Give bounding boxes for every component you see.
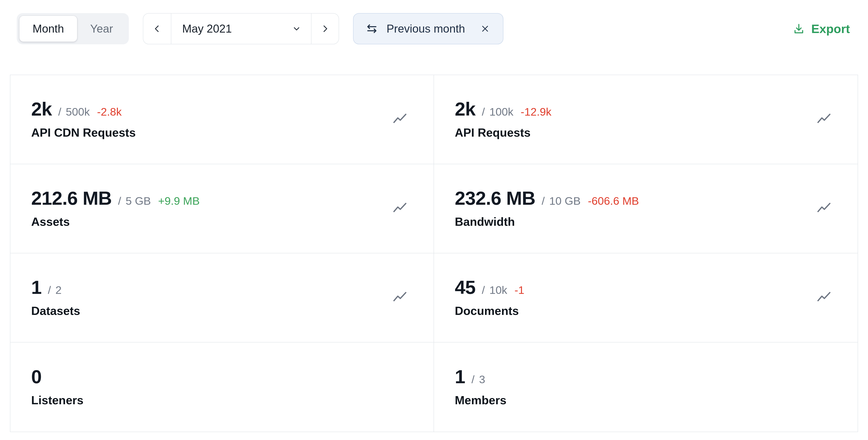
usage-card-members: 1 / 3 Members: [434, 343, 858, 432]
usage-label: Datasets: [31, 304, 434, 317]
toolbar: Month Year May 2021 Previous mo: [0, 0, 868, 45]
line-chart-icon[interactable]: [816, 290, 831, 305]
quota-separator: /: [471, 374, 475, 385]
usage-value-row: 45 / 10k -1: [455, 278, 858, 297]
usage-card-datasets: 1 / 2 Datasets: [10, 253, 434, 343]
quota-separator: /: [118, 196, 121, 207]
quota-separator: /: [482, 285, 485, 296]
usage-label: Bandwidth: [455, 215, 858, 228]
next-period-button[interactable]: [311, 13, 339, 44]
line-chart-icon[interactable]: [393, 112, 407, 127]
usage-label: API Requests: [455, 126, 858, 139]
usage-card-api-requests: 2k / 100k -12.9k API Requests: [434, 75, 858, 164]
usage-value: 232.6 MB: [455, 189, 535, 208]
usage-delta: -12.9k: [521, 106, 551, 117]
usage-label: Assets: [31, 215, 434, 228]
download-icon: [793, 23, 805, 35]
remove-comparison-button[interactable]: [477, 21, 493, 37]
comparison-chip[interactable]: Previous month: [353, 13, 503, 45]
quota-value: 100k: [489, 106, 513, 117]
usage-value: 1: [31, 278, 41, 297]
month-toggle-button[interactable]: Month: [20, 16, 77, 41]
quota-value: 10k: [489, 285, 507, 296]
usage-card-listeners: 0 / Listeners: [10, 343, 434, 432]
usage-value-row: 1 / 3: [455, 367, 858, 386]
quota-value: 3: [479, 374, 485, 385]
line-chart-icon[interactable]: [816, 112, 831, 127]
close-icon: [480, 24, 490, 34]
chevron-right-icon: [320, 24, 330, 34]
usage-card-api-cdn-requests: 2k / 500k -2.8k API CDN Requests: [10, 75, 434, 164]
year-toggle-button[interactable]: Year: [77, 16, 126, 41]
quota-separator: /: [541, 196, 545, 207]
chevron-left-icon: [152, 24, 162, 34]
usage-label: Documents: [455, 304, 858, 317]
previous-period-button[interactable]: [143, 13, 171, 44]
usage-value-row: 232.6 MB / 10 GB -606.6 MB: [455, 189, 858, 208]
period-select[interactable]: May 2021: [171, 13, 311, 44]
line-chart-icon[interactable]: [393, 201, 407, 216]
usage-label: Members: [455, 394, 858, 407]
view-toggle: Month Year: [17, 13, 129, 45]
line-chart-icon[interactable]: [393, 290, 407, 305]
export-label: Export: [811, 22, 850, 36]
usage-quota: / 100k: [482, 106, 513, 117]
usage-grid: 2k / 500k -2.8k API CDN Requests 2k / 10…: [10, 75, 858, 432]
usage-card-assets: 212.6 MB / 5 GB +9.9 MB Assets: [10, 164, 434, 253]
quota-value: 5 GB: [126, 196, 151, 207]
period-label: May 2021: [182, 22, 232, 35]
usage-delta: -2.8k: [97, 106, 122, 117]
line-chart-icon[interactable]: [816, 201, 831, 216]
usage-value: 1: [455, 367, 465, 386]
usage-quota: / 500k: [58, 106, 90, 117]
quota-separator: /: [58, 106, 61, 117]
usage-value: 45: [455, 278, 475, 297]
date-navigator: May 2021: [143, 13, 339, 45]
comparison-label: Previous month: [386, 22, 469, 35]
export-button[interactable]: Export: [793, 22, 850, 36]
quota-separator: /: [48, 285, 51, 296]
chevron-down-icon: [291, 24, 302, 34]
usage-value: 212.6 MB: [31, 189, 112, 208]
usage-value: 2k: [455, 99, 475, 119]
usage-card-documents: 45 / 10k -1 Documents: [434, 253, 858, 343]
usage-value-row: 2k / 500k -2.8k: [31, 99, 434, 119]
usage-delta: -606.6 MB: [588, 196, 639, 207]
usage-quota: / 2: [48, 285, 62, 296]
quota-value: 500k: [66, 106, 90, 117]
usage-label: Listeners: [31, 394, 434, 407]
usage-quota: / 5 GB: [118, 196, 151, 207]
quota-value: 10 GB: [549, 196, 581, 207]
usage-value-row: 212.6 MB / 5 GB +9.9 MB: [31, 189, 434, 208]
usage-quota: / 3: [471, 374, 485, 385]
usage-card-bandwidth: 232.6 MB / 10 GB -606.6 MB Bandwidth: [434, 164, 858, 253]
usage-quota: / 10k: [482, 285, 507, 296]
swap-arrows-icon: [366, 23, 378, 35]
usage-delta: +9.9 MB: [158, 196, 199, 207]
usage-value-row: 2k / 100k -12.9k: [455, 99, 858, 119]
quota-value: 2: [55, 285, 61, 296]
usage-value-row: 0 /: [31, 367, 434, 386]
usage-label: API CDN Requests: [31, 126, 434, 139]
usage-value-row: 1 / 2: [31, 278, 434, 297]
usage-value: 2k: [31, 99, 52, 119]
usage-quota: / 10 GB: [541, 196, 581, 207]
quota-separator: /: [482, 106, 485, 117]
usage-delta: -1: [515, 285, 524, 296]
usage-value: 0: [31, 367, 41, 386]
